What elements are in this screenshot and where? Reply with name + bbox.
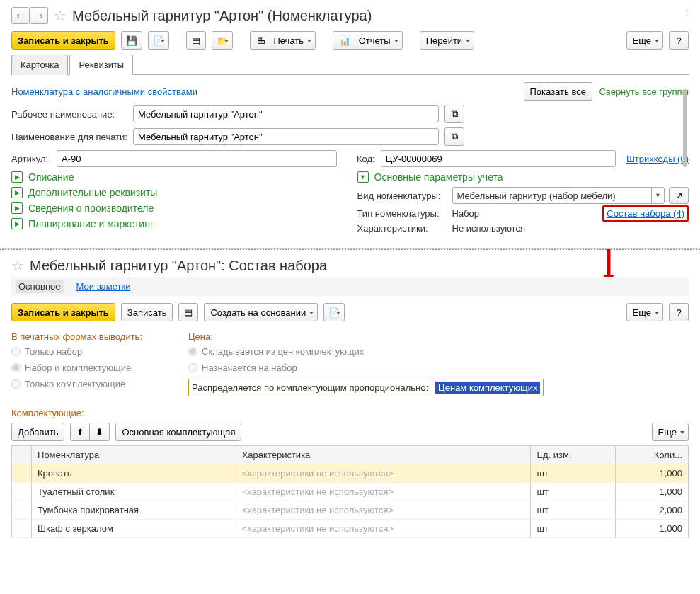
print-button[interactable]: 🖶 Печать [250, 31, 316, 50]
col-unit[interactable]: Ед. изм. [531, 446, 615, 464]
main-toolbar: Записать и закрыть 💾 📄 ▤ 📁 🖶 Печать 📊 От… [11, 31, 689, 50]
chevron-down-icon[interactable]: ▼ [651, 188, 664, 203]
set-contents-panel: ☆ Мебельный гарнитур "Артон": Состав наб… [0, 250, 700, 545]
folder-dropdown-button[interactable]: 📁 [212, 31, 233, 50]
copy-print-name-button[interactable]: ⧉ [444, 127, 464, 146]
goto-button[interactable]: Перейти [420, 31, 475, 50]
cell-qty: 1,000 [615, 483, 688, 501]
tab-details[interactable]: Реквизиты [69, 55, 133, 75]
more-button[interactable]: Еще [626, 303, 663, 321]
favorite-star-icon[interactable]: ☆ [54, 7, 67, 24]
nomenclature-panel: ⋮ 🡐 🡒 ☆ Мебельный гарнитур "Артон" (Номе… [0, 0, 700, 249]
subnav: Основное Мои заметки [11, 277, 689, 296]
move-down-button[interactable]: ⬇ [90, 423, 110, 441]
help-button[interactable]: ? [669, 303, 689, 321]
expander-description[interactable]: ▶Описание [11, 171, 343, 183]
nav-back-button[interactable]: 🡐 [11, 7, 30, 24]
list-icon: ▤ [184, 307, 193, 318]
code-input[interactable] [381, 150, 616, 167]
cell-characteristic: <характеристики не используются> [236, 520, 531, 538]
files-dropdown-button[interactable]: 📄 [148, 31, 169, 50]
subnav-notes[interactable]: Мои заметки [74, 280, 134, 293]
list-button[interactable]: ▤ [178, 303, 198, 321]
col-nomenclature[interactable]: Номенклатура [32, 446, 236, 464]
arrow-up-icon: ⬆ [76, 427, 84, 438]
save-button[interactable]: 💾 [121, 31, 142, 50]
more-button[interactable]: Еще [626, 31, 663, 50]
nomenclature-kind-value: Набор [452, 208, 480, 219]
help-button[interactable]: ? [669, 31, 689, 50]
barcodes-link[interactable]: Штрихкоды (0) [626, 154, 689, 164]
components-more-button[interactable]: Еще [652, 423, 689, 441]
similar-items-link[interactable]: Номенклатура с аналогичными свойствами [11, 86, 197, 97]
main-component-button[interactable]: Основная комплектующая [115, 423, 241, 441]
save-and-close-button[interactable]: Записать и закрыть [11, 303, 115, 321]
cell-unit: шт [531, 483, 615, 501]
radio-only-parts: Только комплектующие [11, 379, 160, 389]
nomenclature-kind-label: Тип номенклатуры: [357, 208, 448, 219]
cell-characteristic: <характеристики не используются> [236, 501, 531, 520]
panel-menu-icon[interactable]: ⋮ [682, 7, 692, 18]
distribution-field[interactable]: Распределяется по комплектующим пропорци… [188, 379, 544, 396]
table-header-row: Номенклатура Характеристика Ед. изм. Кол… [12, 446, 689, 464]
move-up-button[interactable]: ⬆ [70, 423, 90, 441]
printer-icon: 🖶 [256, 35, 265, 46]
distribution-value: Ценам комплектующих [435, 382, 540, 394]
save-button[interactable]: Записать [121, 303, 173, 321]
arrow-down-icon: ⬇ [96, 427, 103, 438]
chevron-right-icon: ▶ [11, 218, 23, 229]
list-button[interactable]: ▤ [186, 31, 206, 50]
expander-planning[interactable]: ▶Планирование и маркетинг [11, 218, 343, 229]
components-table: Номенклатура Характеристика Ед. изм. Кол… [11, 445, 689, 538]
chevron-down-icon: ▼ [357, 171, 369, 183]
table-row[interactable]: Туалетный столик<характеристики не испол… [12, 483, 689, 501]
print-name-input[interactable] [133, 128, 439, 145]
expander-accounting[interactable]: ▼Основные параметры учета [357, 171, 689, 183]
copy-name-button[interactable]: ⧉ [444, 105, 464, 123]
files-dropdown-button[interactable]: 📄 [323, 303, 345, 321]
cell-qty: 1,000 [615, 464, 688, 483]
cell-characteristic: <характеристики не используются> [236, 464, 531, 483]
chart-icon: 📊 [339, 35, 350, 46]
article-input[interactable] [57, 150, 337, 167]
table-row[interactable]: Шкаф с зеркалом<характеристики не исполь… [12, 520, 689, 538]
nav-forward-button[interactable]: 🡒 [30, 7, 48, 24]
nomenclature-type-label: Вид номенклатуры: [357, 190, 448, 201]
work-name-input[interactable] [133, 105, 439, 122]
cell-unit: шт [531, 464, 615, 483]
set-contents-link[interactable]: Состав набора (4) [602, 205, 689, 222]
characteristics-value: Не используются [452, 223, 525, 234]
tabs: Карточка Реквизиты [11, 54, 689, 75]
table-row[interactable]: Кровать<характеристики не используются>ш… [12, 464, 689, 483]
cell-nomenclature: Тумбочка прикроватная [32, 501, 236, 520]
show-all-button[interactable]: Показать все [524, 82, 592, 101]
cell-unit: шт [531, 501, 615, 520]
copy-icon: ⧉ [452, 108, 458, 120]
article-label: Артикул: [11, 154, 51, 164]
table-row[interactable]: Тумбочка прикроватная<характеристики не … [12, 501, 689, 520]
cell-qty: 1,000 [615, 520, 688, 538]
favorite-star-icon[interactable]: ☆ [11, 257, 24, 274]
characteristics-label: Характеристики: [357, 223, 448, 234]
folder-arrow-icon: 📄 [153, 35, 164, 46]
tab-card[interactable]: Карточка [11, 55, 68, 75]
cell-unit: шт [531, 520, 615, 538]
folder-arrow-icon: 📄 [328, 307, 340, 318]
cell-characteristic: <характеристики не используются> [236, 483, 531, 501]
radio-price-assigned: Назначается на набор [188, 362, 689, 373]
scrollbar[interactable] [682, 89, 689, 238]
cell-nomenclature: Туалетный столик [32, 483, 236, 501]
collapse-all-link[interactable]: Свернуть все группы [599, 86, 689, 97]
nomenclature-type-select[interactable]: Мебельный гарнитур (набор мебели) ▼ [452, 187, 665, 204]
col-qty[interactable]: Коли... [615, 446, 688, 464]
save-and-close-button[interactable]: Записать и закрыть [11, 31, 115, 50]
subnav-main[interactable]: Основное [16, 280, 64, 293]
expander-manufacturer[interactable]: ▶Сведения о производителе [11, 202, 343, 214]
create-based-button[interactable]: Создать на основании [204, 303, 318, 321]
reports-button[interactable]: 📊 Отчеты [333, 31, 403, 50]
col-characteristic[interactable]: Характеристика [236, 446, 531, 464]
radio-only-set: Только набор [11, 346, 160, 357]
add-component-button[interactable]: Добавить [11, 423, 64, 441]
chevron-right-icon: ▶ [11, 187, 23, 198]
expander-additional-req[interactable]: ▶Дополнительные реквизиты [11, 187, 343, 198]
